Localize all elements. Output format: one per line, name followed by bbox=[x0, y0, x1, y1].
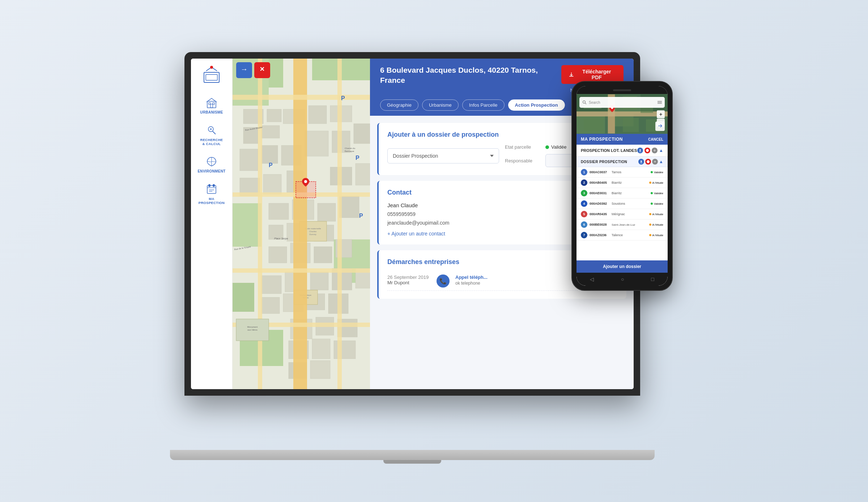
tab-geographie[interactable]: Géographie bbox=[380, 99, 418, 111]
demarche-person: Mr Dupont bbox=[387, 280, 431, 285]
status-dot-5 bbox=[649, 213, 651, 215]
svg-rect-21 bbox=[233, 203, 261, 247]
list-status-5: A l'étude bbox=[649, 213, 663, 216]
lot-icon-3[interactable] bbox=[652, 148, 658, 153]
svg-rect-26 bbox=[267, 109, 281, 122]
phone-search-input-placeholder[interactable]: Search bbox=[589, 101, 655, 105]
svg-text:P: P bbox=[356, 155, 359, 161]
etat-parcelle-value: Validée bbox=[551, 144, 566, 150]
lot-icon-2[interactable] bbox=[644, 148, 650, 153]
svg-text:Durroty: Durroty bbox=[309, 233, 316, 235]
contact-name: Jean Claude bbox=[387, 202, 495, 208]
dossier-icon-2[interactable] bbox=[645, 159, 651, 165]
phone-menu-icon bbox=[658, 101, 662, 104]
list-item[interactable]: 1 000AC0037 Tarnos Validée bbox=[576, 167, 668, 178]
svg-rect-30 bbox=[309, 106, 327, 124]
svg-rect-68 bbox=[334, 341, 356, 359]
app-logo bbox=[199, 62, 224, 88]
dossier-icon-3[interactable] bbox=[652, 159, 658, 165]
list-code-1: 000AC0037 bbox=[590, 170, 609, 174]
svg-rect-4 bbox=[209, 103, 210, 105]
demarche-type-label: Appel téléph... bbox=[455, 275, 488, 280]
demarche-date: 26 September 2019 bbox=[387, 275, 431, 280]
sidebar-item-prospection-label: MA PROSPECTION bbox=[199, 197, 225, 205]
svg-text:P: P bbox=[359, 213, 363, 219]
zoom-in-button[interactable]: + bbox=[657, 110, 665, 118]
back-nav-icon[interactable]: ◁ bbox=[590, 276, 594, 282]
tab-urbanisme[interactable]: Urbanisme bbox=[422, 99, 459, 111]
status-dot-3 bbox=[651, 192, 653, 194]
sidebar-item-recherche[interactable]: RECHERCHE & CALCUL bbox=[191, 119, 232, 151]
svg-rect-59 bbox=[261, 297, 280, 314]
svg-rect-45 bbox=[318, 203, 336, 221]
list-item[interactable]: 7 000AZ0236 Talence A l'étude bbox=[576, 230, 668, 241]
lot-expand-icon[interactable]: ▲ bbox=[659, 148, 663, 153]
list-code-7: 000AZ0236 bbox=[590, 233, 609, 237]
dossier-icon-1[interactable] bbox=[638, 159, 644, 165]
home-nav-icon[interactable]: ○ bbox=[621, 276, 624, 282]
tab-infos-parcelle[interactable]: Infos Parcelle bbox=[462, 99, 505, 111]
dossier-pin-icon bbox=[647, 160, 650, 163]
status-dot-2 bbox=[649, 182, 651, 184]
svg-text:aux Héros: aux Héros bbox=[247, 329, 257, 331]
header-address: 6 Boulevard Jacques Duclos, 40220 Tarnos… bbox=[380, 65, 561, 86]
phone-add-dossier-button[interactable]: Ajouter un dossier bbox=[576, 260, 668, 273]
svg-rect-46 bbox=[339, 196, 359, 218]
svg-rect-43 bbox=[269, 203, 289, 220]
recents-nav-icon[interactable]: □ bbox=[651, 276, 654, 282]
contact-email: jeanclaude@youpimail.com bbox=[387, 220, 495, 226]
list-item[interactable]: 2 000AB0405 Biarritz A l'étude bbox=[576, 178, 668, 188]
status-dot-1 bbox=[651, 171, 653, 173]
phone-cancel-button[interactable]: CANCEL bbox=[648, 137, 663, 141]
status-dot-7 bbox=[649, 234, 651, 236]
tab-action-prospection[interactable]: Action Prospection bbox=[508, 99, 565, 111]
svg-point-91 bbox=[304, 180, 307, 183]
phone-search-bar: Search bbox=[579, 97, 665, 108]
svg-rect-13 bbox=[209, 184, 210, 187]
list-city-7: Talence bbox=[612, 233, 647, 237]
phone-list: 1 000AC0037 Tarnos Validée 2 000A bbox=[576, 167, 668, 260]
list-code-4: 000AD0392 bbox=[590, 202, 609, 205]
svg-text:Bartrague: Bartrague bbox=[345, 150, 354, 152]
sidebar-item-prospection[interactable]: MA PROSPECTION bbox=[191, 178, 232, 210]
list-item[interactable]: 6 000BE0028 Saint-Jean-de-Luz A l'étude bbox=[576, 220, 668, 230]
svg-text:P: P bbox=[341, 95, 345, 101]
phone-lot-icons: ▲ bbox=[637, 148, 663, 153]
dossier-collapse-icon[interactable]: ▲ bbox=[659, 159, 663, 165]
dossier-select[interactable]: Dossier Prospection bbox=[387, 148, 499, 163]
svg-rect-22 bbox=[233, 283, 254, 312]
list-num-6: 6 bbox=[581, 221, 587, 228]
svg-rect-5 bbox=[213, 103, 214, 105]
list-item[interactable]: 3 000AE0031 Biarritz Validée bbox=[576, 188, 668, 199]
phone-lot-title: PROSPECTION LOT. LANDES bbox=[581, 148, 637, 153]
laptop-base bbox=[170, 450, 655, 460]
svg-point-120 bbox=[583, 101, 586, 103]
phone-map-area: Search + − bbox=[576, 94, 668, 134]
sidebar-item-urbanisme[interactable]: URBANISME bbox=[191, 92, 232, 119]
settings-icon bbox=[653, 149, 656, 152]
svg-rect-104 bbox=[569, 76, 574, 77]
phone-search-icon bbox=[582, 100, 587, 105]
list-item[interactable]: 4 000AD0392 Soustons Validée bbox=[576, 199, 668, 209]
add-contact-button[interactable]: + Ajouter un autre contact bbox=[387, 231, 445, 237]
status-dot-6 bbox=[649, 224, 651, 226]
list-num-2: 2 bbox=[581, 179, 587, 186]
svg-point-126 bbox=[639, 149, 641, 151]
list-num-1: 1 bbox=[581, 169, 587, 175]
svg-rect-1 bbox=[206, 75, 217, 80]
phone-dossier-header: DOSSIER PROSPECTION bbox=[576, 157, 668, 167]
dossier-people-icon bbox=[640, 160, 643, 163]
list-city-1: Tarnos bbox=[612, 170, 648, 174]
svg-text:P: P bbox=[269, 162, 273, 168]
status-dot-green bbox=[545, 145, 549, 149]
list-item[interactable]: 5 000AR0435 Mérignac A l'étude bbox=[576, 209, 668, 220]
sidebar-item-recherche-label: RECHERCHE & CALCUL bbox=[200, 138, 223, 146]
svg-text:Place Serpa: Place Serpa bbox=[274, 237, 288, 240]
lot-icon-1[interactable] bbox=[637, 148, 643, 153]
sidebar-item-urbanisme-label: URBANISME bbox=[200, 110, 223, 114]
phone-share-button[interactable] bbox=[655, 122, 665, 131]
list-code-5: 000AR0435 bbox=[590, 212, 609, 216]
svg-rect-78 bbox=[293, 59, 307, 389]
phone-bottom-bar: ◁ ○ □ bbox=[576, 273, 668, 286]
sidebar-item-environment[interactable]: ENVIRONMENT bbox=[191, 151, 232, 178]
